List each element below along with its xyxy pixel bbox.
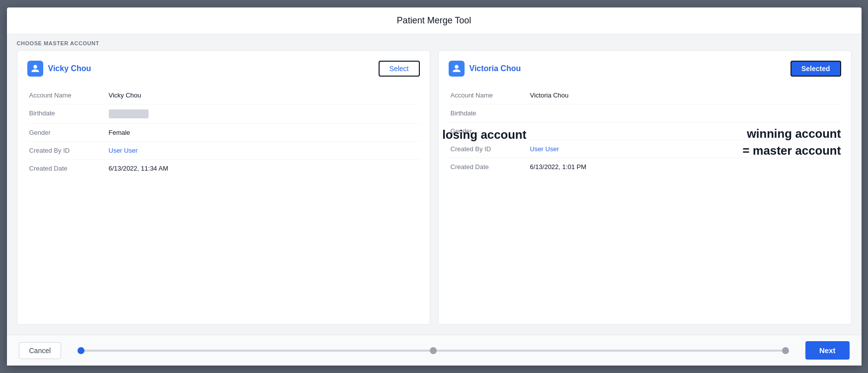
- progress-step-3: [782, 347, 789, 354]
- modal-container: Patient Merge Tool CHOOSE MASTER ACCOUNT: [7, 7, 862, 366]
- modal-footer: Cancel Next: [7, 335, 862, 366]
- cards-container: Vicky Chou Select Account Name Vicky Cho…: [7, 50, 862, 335]
- birthdate-blurred: [109, 109, 149, 118]
- table-row: Account Name Victoria Chou: [449, 87, 841, 104]
- section-label: CHOOSE MASTER ACCOUNT: [7, 34, 862, 50]
- patient2-birthdate-label: Birthdate: [449, 104, 528, 122]
- patient2-gender-label: Gender: [449, 122, 528, 140]
- modal-header: Patient Merge Tool: [7, 7, 862, 34]
- patient1-info-table: Account Name Vicky Chou Birthdate Gender…: [27, 87, 420, 177]
- table-row: Birthdate: [449, 104, 841, 122]
- table-row: Birthdate: [27, 104, 420, 124]
- patient2-selected-button[interactable]: Selected: [790, 61, 841, 77]
- patient1-header-left: Vicky Chou: [27, 61, 91, 77]
- progress-step-2: [430, 347, 437, 354]
- patient1-birthdate-value: [107, 104, 420, 124]
- table-row: Created Date 6/13/2022, 11:34 AM: [27, 160, 420, 178]
- patient1-gender-value: Female: [107, 124, 420, 142]
- patient2-created-by-value: User User: [528, 140, 841, 158]
- patient2-created-by-link[interactable]: User User: [530, 145, 559, 153]
- table-row: Gender: [449, 122, 841, 140]
- patient2-gender-value: [528, 122, 841, 140]
- modal-title: Patient Merge Tool: [397, 15, 472, 25]
- patient1-select-button[interactable]: Select: [379, 61, 420, 77]
- patient2-card: Victoria Chou Selected Account Name Vict…: [438, 50, 852, 325]
- patient2-card-header: Victoria Chou Selected: [449, 61, 841, 77]
- table-row: Created By ID User User: [449, 140, 841, 158]
- patient2-icon: [449, 61, 465, 77]
- patient1-created-by-link[interactable]: User User: [109, 147, 138, 154]
- patient2-account-name-label: Account Name: [449, 87, 528, 104]
- patient1-birthdate-label: Birthdate: [27, 104, 107, 124]
- table-row: Created Date 6/13/2022, 1:01 PM: [449, 158, 841, 176]
- table-row: Account Name Vicky Chou: [27, 87, 420, 104]
- patient1-created-by-label: Created By ID: [27, 142, 107, 160]
- progress-track: [81, 350, 786, 352]
- next-button[interactable]: Next: [805, 341, 850, 360]
- patient2-created-date-label: Created Date: [449, 158, 528, 176]
- cancel-button[interactable]: Cancel: [19, 342, 62, 359]
- patient1-account-name-label: Account Name: [27, 87, 107, 104]
- patient1-name: Vicky Chou: [48, 64, 91, 73]
- table-row: Created By ID User User: [27, 142, 420, 160]
- patient1-card-header: Vicky Chou Select: [27, 61, 420, 77]
- patient2-header-left: Victoria Chou: [449, 61, 521, 77]
- table-row: Gender Female: [27, 124, 420, 142]
- patient2-created-by-label: Created By ID: [449, 140, 528, 158]
- progress-bar-container: [61, 350, 805, 352]
- patient2-birthdate-value: [528, 104, 841, 122]
- patient2-info-table: Account Name Victoria Chou Birthdate Gen…: [449, 87, 841, 176]
- patient2-created-date-value: 6/13/2022, 1:01 PM: [528, 158, 841, 176]
- modal-body: CHOOSE MASTER ACCOUNT Vicky Chou: [7, 34, 862, 335]
- modal-overlay: Patient Merge Tool CHOOSE MASTER ACCOUNT: [0, 0, 868, 373]
- patient1-created-date-label: Created Date: [27, 160, 107, 178]
- progress-step-1: [78, 347, 84, 354]
- patient2-account-name-value: Victoria Chou: [528, 87, 841, 104]
- patient1-card: Vicky Chou Select Account Name Vicky Cho…: [17, 50, 430, 325]
- patient1-created-date-value: 6/13/2022, 11:34 AM: [107, 160, 420, 178]
- patient2-name: Victoria Chou: [470, 64, 521, 73]
- patient1-gender-label: Gender: [27, 124, 107, 142]
- patient1-account-name-value: Vicky Chou: [107, 87, 420, 104]
- patient1-created-by-value: User User: [107, 142, 420, 160]
- patient1-icon: [27, 61, 43, 77]
